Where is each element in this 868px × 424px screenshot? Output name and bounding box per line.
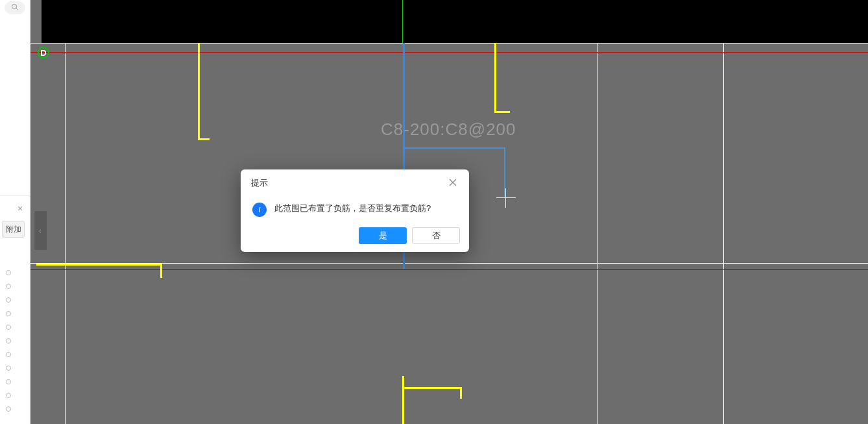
close-icon: [449, 178, 457, 188]
sidebar-dot[interactable]: [6, 297, 11, 303]
dialog-footer: 是 否: [241, 227, 469, 252]
sidebar-dot[interactable]: [6, 325, 11, 330]
svg-line-1: [16, 8, 18, 10]
sidebar-dot[interactable]: [6, 338, 11, 343]
sidebar-dot[interactable]: [6, 379, 11, 384]
rebar-line: [494, 43, 496, 113]
confirm-button[interactable]: 是: [359, 227, 407, 244]
sidebar-dot[interactable]: [6, 284, 11, 289]
dialog-message: 此范围已布置了负筋，是否重复布置负筋?: [274, 202, 431, 215]
rebar-line: [160, 264, 162, 278]
rebar-line: [494, 111, 510, 113]
dialog-close-button[interactable]: [447, 177, 459, 189]
nav-collapse-handle[interactable]: ‹: [34, 211, 47, 250]
sidebar-divider: [0, 195, 30, 195]
sidebar-dot[interactable]: [6, 270, 11, 275]
sidebar-tab-attach[interactable]: 附加: [2, 221, 25, 238]
confirm-dialog: 提示 i 此范围已布置了负筋，是否重复布置负筋? 是 否: [241, 169, 469, 252]
axis-line-vertical: [402, 0, 403, 43]
sidebar-dot[interactable]: [6, 311, 11, 316]
sidebar-dot[interactable]: [6, 393, 11, 398]
dialog-body: i 此范围已布置了负筋，是否重复布置负筋?: [241, 194, 469, 227]
svg-point-0: [12, 5, 17, 9]
sidebar-dot[interactable]: [6, 366, 11, 371]
rebar-line: [198, 138, 210, 140]
grid-line: [597, 43, 597, 424]
dialog-title: 提示: [251, 177, 268, 189]
cancel-button[interactable]: 否: [412, 227, 460, 244]
rebar-line: [198, 43, 200, 140]
search-button[interactable]: [5, 1, 25, 14]
sidebar-dot-list: [6, 270, 11, 420]
search-icon: [11, 2, 19, 14]
left-sidebar: × 附加: [0, 0, 30, 424]
rebar-line: [402, 376, 404, 424]
grid-line: [723, 43, 724, 424]
close-panel-button[interactable]: ×: [18, 203, 23, 214]
crosshair-cursor: [496, 188, 516, 208]
rebar-spec-label: C8-200:C8@200: [381, 119, 516, 140]
selection-line: [504, 147, 505, 197]
rebar-line: [460, 387, 462, 399]
grid-line: [30, 43, 868, 44]
axis-line: [30, 269, 868, 270]
rebar-line: [402, 387, 462, 389]
axis-line: [30, 52, 868, 53]
canvas-top-void: [42, 0, 868, 43]
grid-marker-d: D: [38, 47, 49, 58]
sidebar-dot[interactable]: [6, 406, 11, 412]
rebar-line: [36, 264, 162, 266]
selection-line: [404, 147, 505, 149]
grid-line: [65, 43, 66, 424]
info-icon: i: [252, 203, 267, 217]
dialog-header: 提示: [241, 169, 469, 194]
sidebar-dot[interactable]: [6, 352, 11, 357]
